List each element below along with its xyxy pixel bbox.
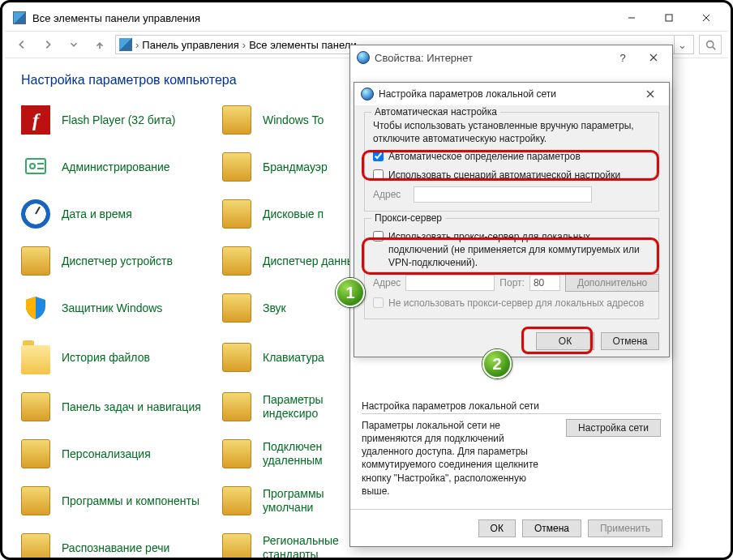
svg-line-6	[712, 46, 714, 49]
proxy-group: Прокси-сервер Использовать прокси-сервер…	[364, 218, 659, 319]
cp-item-device-manager[interactable]: Диспетчер устройств	[21, 246, 216, 276]
chevron-right-icon: ›	[135, 39, 139, 51]
address-label: Адрес	[373, 277, 401, 289]
cp-item-datetime[interactable]: Дата и время	[21, 199, 216, 229]
badge-2: 2	[482, 349, 512, 378]
cp-item-history[interactable]: История файлов	[21, 340, 216, 374]
maximize-button[interactable]	[650, 6, 688, 30]
help-button[interactable]: ?	[607, 47, 638, 68]
cp-item-personalization[interactable]: Персонализация	[21, 439, 216, 468]
lan-settings-dialog: Настройка параметров локальной сети Авто…	[354, 82, 670, 357]
chevron-right-icon: ›	[242, 39, 246, 51]
window-title: Все элементы панели управления	[32, 12, 200, 24]
cp-item-speech[interactable]: Распознавание речи	[21, 533, 216, 560]
svg-rect-1	[666, 15, 672, 21]
back-button[interactable]	[11, 34, 32, 55]
svg-point-5	[706, 41, 713, 47]
monitor-icon	[21, 439, 50, 468]
folder-icon	[21, 345, 50, 374]
keyboard-icon	[222, 343, 251, 372]
use-script-input[interactable]	[373, 169, 384, 180]
close-button[interactable]	[638, 47, 669, 68]
proxy-address-row: Адрес Порт: Дополнительно	[373, 274, 650, 292]
dialog-title-bar: Настройка параметров локальной сети	[354, 83, 669, 105]
port-label: Порт:	[499, 277, 525, 289]
shield-icon	[21, 293, 50, 323]
internet-icon	[361, 88, 374, 100]
mic-icon	[21, 533, 50, 560]
taskbar-icon	[21, 392, 50, 421]
use-proxy-input[interactable]	[373, 231, 384, 242]
up-button[interactable]	[89, 34, 110, 55]
device-icon	[21, 246, 50, 276]
use-proxy-checkbox[interactable]: Использовать прокси-сервер для локальных…	[373, 230, 650, 270]
bypass-local-checkbox: Не использовать прокси-сервер для локаль…	[373, 297, 650, 310]
flash-icon: f	[21, 105, 50, 135]
lan-settings-button[interactable]: Настройка сети	[566, 419, 661, 437]
cancel-button[interactable]: Отмена	[601, 332, 659, 350]
dialog-footer: ОК Отмена Применить	[350, 509, 672, 546]
dialog-footer: ОК Отмена	[354, 326, 669, 360]
globe-icon	[222, 533, 251, 560]
proxy-port-input	[529, 275, 560, 291]
remote-icon	[222, 439, 251, 468]
clock-icon	[21, 199, 50, 229]
section-title: Настройка параметров локальной сети	[362, 400, 661, 414]
search-icon	[222, 392, 251, 421]
close-button[interactable]	[635, 83, 666, 105]
auto-config-group: Автоматическая настройка Чтобы использов…	[364, 112, 659, 212]
cancel-button[interactable]: Отмена	[522, 519, 581, 537]
use-script-checkbox[interactable]: Использовать сценарий автоматической нас…	[373, 169, 650, 182]
badge-1: 1	[336, 278, 365, 307]
breadcrumb-icon	[119, 38, 132, 51]
group-legend: Прокси-сервер	[371, 212, 445, 224]
group-legend: Автоматическая настройка	[371, 106, 500, 118]
bypass-local-input	[373, 297, 384, 308]
advanced-button[interactable]: Дополнительно	[565, 274, 659, 292]
minimize-button[interactable]	[613, 6, 650, 30]
dialog-title: Настройка параметров локальной сети	[379, 88, 556, 100]
auto-detect-input[interactable]	[373, 151, 384, 161]
safe-icon	[222, 246, 251, 276]
programs-icon	[21, 486, 50, 515]
forward-button[interactable]	[37, 34, 58, 55]
tools-icon	[21, 152, 50, 182]
breadcrumb-root[interactable]: Панель управления	[142, 39, 238, 51]
address-label: Адрес	[373, 189, 409, 200]
proxy-address-input	[405, 275, 495, 291]
lan-description: Параметры локальной сети не применяются …	[362, 419, 555, 498]
search-input[interactable]	[699, 35, 722, 54]
drive-icon	[222, 105, 251, 135]
script-address-input	[414, 186, 592, 203]
script-address-row: Адрес	[373, 186, 650, 203]
internet-icon	[357, 51, 370, 64]
auto-detect-checkbox[interactable]: Автоматическое определение параметров	[373, 150, 650, 163]
svg-point-8	[30, 164, 35, 169]
cp-item-defender[interactable]: Защитник Windows	[21, 293, 216, 323]
sound-icon	[222, 293, 251, 323]
cp-item-programs[interactable]: Программы и компоненты	[21, 486, 216, 515]
close-button[interactable]	[688, 6, 725, 30]
recent-button[interactable]	[63, 34, 84, 55]
ok-button[interactable]: ОК	[478, 519, 516, 537]
breadcrumb-dropdown[interactable]: ⌄	[674, 36, 690, 53]
cp-item-flash[interactable]: fFlash Player (32 бита)	[21, 105, 216, 135]
dialog-title-bar: Свойства: Интернет ?	[350, 45, 672, 70]
auto-desc: Чтобы использовать установленные вручную…	[373, 119, 650, 145]
disk-icon	[222, 199, 251, 229]
firewall-icon	[222, 152, 251, 182]
lan-settings-section: Настройка параметров локальной сети Пара…	[350, 392, 672, 509]
cp-item-taskbar[interactable]: Панель задач и навигация	[21, 392, 216, 421]
default-icon	[222, 486, 251, 515]
ok-button[interactable]: ОК	[536, 332, 594, 350]
breadcrumb-current[interactable]: Все элементы панели	[249, 39, 357, 51]
cp-item-admin[interactable]: Администрирование	[21, 152, 216, 182]
control-panel-icon	[13, 11, 26, 24]
apply-button[interactable]: Применить	[588, 519, 662, 537]
dialog-title: Свойства: Интернет	[375, 52, 473, 64]
window-title-bar: Все элементы панели управления	[5, 5, 728, 31]
